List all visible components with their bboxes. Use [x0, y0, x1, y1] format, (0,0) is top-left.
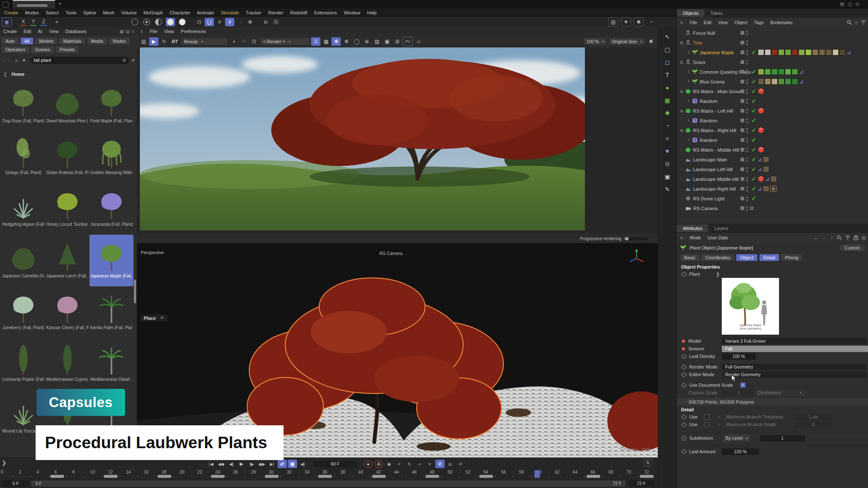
up-arrow-icon[interactable]: ↑: [831, 235, 833, 241]
visibility-toggles[interactable]: [740, 166, 750, 172]
prev-key-button[interactable]: ◀◆: [217, 460, 226, 468]
panel-burger-icon[interactable]: ≡: [137, 29, 146, 34]
min-branch-checkbox[interactable]: [704, 414, 709, 420]
clock-tool-icon[interactable]: ⊙: [660, 158, 675, 170]
start-frame-field[interactable]: 0 F: [3, 480, 29, 487]
back-arrow-icon[interactable]: ←: [814, 235, 819, 241]
menu-animate[interactable]: Animate: [194, 10, 217, 15]
material-swatch[interactable]: [778, 69, 785, 75]
filter-chip-scenes[interactable]: Scenes: [31, 46, 54, 53]
dot-bottom[interactable]: [746, 121, 748, 123]
visibility-toggles[interactable]: [740, 89, 750, 94]
move-tool-icon[interactable]: ↖: [660, 30, 675, 43]
at-burger-icon[interactable]: ≡: [677, 235, 686, 240]
key-position-button[interactable]: +: [395, 460, 404, 468]
object-mode-icon[interactable]: [178, 18, 187, 26]
flag-tag-icon[interactable]: ⊿: [799, 69, 804, 75]
om-burger-icon[interactable]: ≡: [677, 20, 686, 25]
dot-bottom[interactable]: [746, 102, 748, 104]
asset-item[interactable]: Japanese Camellia (Fal...: [1, 235, 45, 286]
lock-icon[interactable]: ⚿: [311, 37, 320, 46]
ab-menu-edit[interactable]: Edit: [20, 29, 35, 34]
axis-y-button[interactable]: Y: [29, 18, 38, 26]
redshift-tag-icon[interactable]: [758, 176, 764, 182]
material-swatch[interactable]: [792, 78, 798, 85]
focus-icon[interactable]: ⊕: [362, 37, 371, 46]
bookmark-icon[interactable]: ▾: [132, 58, 134, 63]
om-menu-view[interactable]: View: [715, 20, 731, 25]
camera-label[interactable]: RS Camera: [379, 251, 403, 256]
dot-top[interactable]: [746, 40, 748, 42]
refresh-icon[interactable]: ↻: [159, 37, 169, 46]
asset-item[interactable]: Japanese Larch (Fall, Pl...: [45, 235, 89, 286]
new-scene-icon[interactable]: ▣: [2, 17, 12, 27]
material-swatch[interactable]: [778, 78, 785, 85]
visibility-toggles[interactable]: [740, 176, 750, 182]
object-row[interactable]: ·Landscape Right Hill✓⊿⊘: [677, 184, 868, 194]
grid9-icon[interactable]: ▦: [321, 37, 331, 46]
dot-top[interactable]: [746, 69, 748, 72]
ab-menu-ai[interactable]: AI: [35, 29, 46, 34]
solo-button[interactable]: ◎: [445, 460, 455, 468]
dot-bottom[interactable]: [746, 189, 748, 191]
material-swatch[interactable]: [785, 49, 791, 55]
flag-tag-icon[interactable]: ⊿: [758, 166, 762, 172]
visibility-toggles[interactable]: [740, 30, 750, 36]
visibility-toggles[interactable]: [740, 205, 750, 211]
redshift-tag-icon[interactable]: [758, 88, 764, 94]
jump-start-button[interactable]: |◀: [206, 460, 216, 468]
ghost-button[interactable]: ▣: [288, 460, 297, 468]
dot-top[interactable]: [746, 50, 748, 52]
axis-z-button[interactable]: Z: [39, 18, 48, 26]
axis-gizmo[interactable]: [627, 249, 646, 268]
filter-chip-materials[interactable]: Materials: [59, 38, 85, 44]
dot-top[interactable]: [746, 206, 748, 208]
layer-toggle[interactable]: [740, 109, 744, 113]
layout-icon[interactable]: ▤: [840, 1, 844, 7]
camera-tool-icon[interactable]: ▣: [660, 170, 675, 183]
at-target-icon[interactable]: ◎: [862, 235, 866, 241]
visibility-toggles[interactable]: [740, 108, 750, 114]
material-swatch[interactable]: [826, 49, 832, 55]
key-scale-button[interactable]: ▱: [415, 460, 424, 468]
max-branch-checkbox[interactable]: [704, 422, 709, 427]
redshift-tag-icon[interactable]: [758, 127, 764, 133]
object-row[interactable]: └Random✓: [677, 116, 868, 125]
collapse-icon[interactable]: ❮: [3, 72, 7, 77]
material-swatch[interactable]: [758, 69, 764, 75]
ab-view-icons[interactable]: ▦▤≡: [120, 29, 136, 34]
film-icon[interactable]: ▤: [139, 37, 148, 46]
filter-chip-all[interactable]: All: [21, 38, 33, 44]
grid-icon[interactable]: #: [215, 18, 224, 26]
track-mode-icon[interactable]: ↯: [644, 459, 652, 466]
dot-top[interactable]: [746, 30, 748, 33]
object-row[interactable]: └Blue Grama✓⊿: [677, 77, 868, 86]
image-icon[interactable]: ▣: [382, 37, 392, 46]
asset-item[interactable]: Globe Robinia (Fall, Pl...: [45, 131, 89, 183]
object-row[interactable]: └Japanese Maple✓⊿: [677, 47, 868, 57]
pen-tool-icon[interactable]: ✎: [660, 183, 675, 196]
material-swatch[interactable]: [792, 49, 798, 55]
rgb-channel-icon[interactable]: ◑: [229, 37, 238, 46]
layer-toggle[interactable]: [740, 99, 744, 103]
menu-render[interactable]: Render: [265, 10, 287, 15]
jump-end-button[interactable]: ▶|: [267, 460, 277, 468]
layer-toggle[interactable]: [740, 60, 744, 64]
play-render-icon[interactable]: ▶: [149, 37, 159, 46]
cloth-tool-icon[interactable]: ▦: [660, 94, 675, 107]
clear-search-icon[interactable]: ⊗: [122, 58, 126, 63]
material-swatch[interactable]: [785, 69, 791, 75]
dot-top[interactable]: [746, 128, 748, 130]
split-icon[interactable]: ◫: [848, 1, 852, 7]
menu-help[interactable]: Help: [364, 10, 380, 15]
measure-tool-icon[interactable]: ◔: [660, 119, 675, 132]
add-image-icon[interactable]: ⊞: [392, 37, 402, 46]
custom-button[interactable]: Custom: [840, 244, 865, 251]
menu-mesh[interactable]: Mesh: [100, 10, 118, 15]
material-swatch[interactable]: [832, 49, 839, 55]
asset-item[interactable]: Field Maple (Fall, Plant): [89, 80, 134, 131]
object-row[interactable]: ·Landscape Left Hill✓⊿: [677, 164, 868, 174]
range-slider[interactable]: 0 F 72 F: [31, 480, 626, 487]
menu-tracker[interactable]: Tracker: [242, 10, 265, 15]
menu-modes[interactable]: Modes: [22, 10, 42, 15]
